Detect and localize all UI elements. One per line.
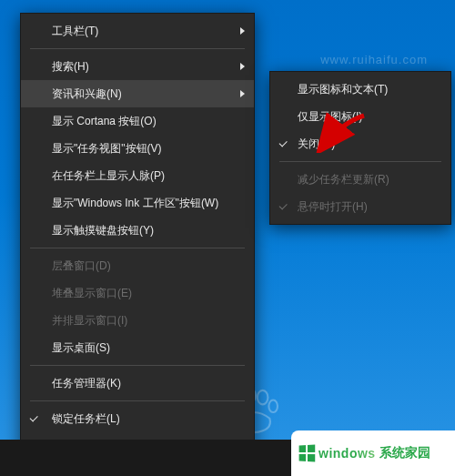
menu-label: 层叠窗口(D) <box>52 258 111 274</box>
menu-item-lock-taskbar[interactable]: 锁定任务栏(L) <box>21 405 254 432</box>
menu-label: 仅显示图标(I) <box>298 109 362 125</box>
menu-item-windows-ink-button[interactable]: 显示"Windows Ink 工作区"按钮(W) <box>21 189 254 217</box>
menu-label: 显示触摸键盘按钮(Y) <box>52 223 154 238</box>
menu-item-task-view-button[interactable]: 显示"任务视图"按钮(V) <box>21 135 254 162</box>
menu-label: 显示桌面(S) <box>52 340 110 356</box>
chevron-right-icon <box>240 90 245 97</box>
taskbar-context-menu: 工具栏(T) 搜索(H) 资讯和兴趣(N) 显示 Cortana 按钮(O) 显… <box>20 13 255 464</box>
menu-label: 并排显示窗口(I) <box>52 313 127 329</box>
menu-item-touch-keyboard-button[interactable]: 显示触摸键盘按钮(Y) <box>21 217 254 244</box>
chevron-right-icon <box>240 27 245 35</box>
menu-label: 显示"任务视图"按钮(V) <box>52 141 162 157</box>
menu-label: 关闭(O) <box>298 137 335 152</box>
menu-label: 资讯和兴趣(N) <box>52 86 122 102</box>
brand-watermark: windows 系统家园 <box>291 430 455 476</box>
menu-separator <box>30 48 245 49</box>
submenu-item-show-icon-only[interactable]: 仅显示图标(I) <box>270 103 450 130</box>
check-icon <box>278 137 288 148</box>
menu-label: 在任务栏上显示人脉(P) <box>52 168 165 184</box>
brand-text-tail: 系统家园 <box>379 445 430 461</box>
menu-item-cascade-windows: 层叠窗口(D) <box>21 252 254 279</box>
menu-label: 搜索(H) <box>52 59 89 75</box>
menu-item-task-manager[interactable]: 任务管理器(K) <box>21 370 254 397</box>
menu-item-toolbars[interactable]: 工具栏(T) <box>21 17 254 45</box>
svg-point-3 <box>268 400 278 412</box>
menu-label: 显示图标和文本(T) <box>298 82 388 97</box>
menu-label: 工具栏(T) <box>52 24 98 39</box>
menu-item-news-interests[interactable]: 资讯和兴趣(N) <box>21 80 254 107</box>
menu-label: 显示"Windows Ink 工作区"按钮(W) <box>52 196 218 211</box>
menu-item-side-by-side-windows: 并排显示窗口(I) <box>21 307 254 334</box>
menu-separator <box>279 161 441 162</box>
menu-label: 锁定任务栏(L) <box>52 411 120 427</box>
menu-separator <box>30 365 245 366</box>
submenu-item-turn-off[interactable]: 关闭(O) <box>270 130 450 157</box>
submenu-item-show-icon-text[interactable]: 显示图标和文本(T) <box>270 76 450 103</box>
menu-separator <box>30 400 245 401</box>
menu-label: 显示 Cortana 按钮(O) <box>52 114 157 129</box>
check-icon <box>278 200 288 211</box>
submenu-item-open-on-hover: 悬停时打开(H) <box>270 193 450 220</box>
menu-item-people-on-taskbar[interactable]: 在任务栏上显示人脉(P) <box>21 162 254 189</box>
chevron-right-icon <box>240 63 245 70</box>
menu-item-stack-windows: 堆叠显示窗口(E) <box>21 279 254 307</box>
menu-item-show-desktop[interactable]: 显示桌面(S) <box>21 334 254 361</box>
menu-separator <box>30 248 245 248</box>
menu-label: 减少任务栏更新(R) <box>298 172 389 187</box>
menu-item-cortana-button[interactable]: 显示 Cortana 按钮(O) <box>21 107 254 135</box>
menu-item-search[interactable]: 搜索(H) <box>21 53 254 80</box>
windows-logo-icon <box>299 445 316 462</box>
news-interests-submenu: 显示图标和文本(T) 仅显示图标(I) 关闭(O) 减少任务栏更新(R) 悬停时… <box>269 71 451 225</box>
menu-label: 堆叠显示窗口(E) <box>52 286 132 301</box>
menu-label: 悬停时打开(H) <box>298 199 368 215</box>
submenu-item-reduce-updates: 减少任务栏更新(R) <box>270 166 450 193</box>
menu-label: 任务管理器(K) <box>52 376 121 391</box>
check-icon <box>28 412 39 423</box>
brand-text-main: windows <box>318 446 376 461</box>
svg-point-2 <box>258 390 268 404</box>
